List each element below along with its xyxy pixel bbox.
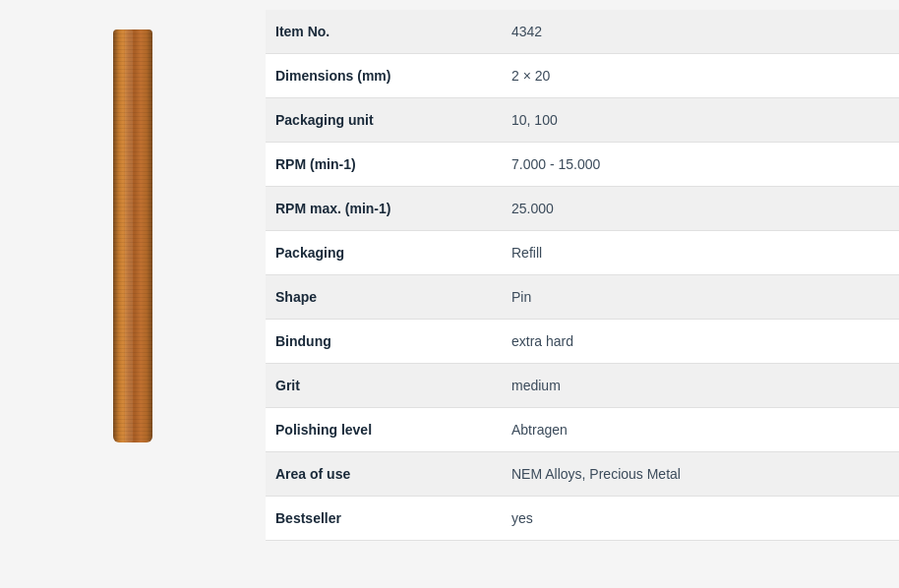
spec-value: yes — [502, 497, 899, 540]
spec-value: Refill — [502, 231, 899, 274]
spec-label: Item No. — [266, 10, 502, 53]
table-row: RPM max. (min-1)25.000 — [266, 187, 899, 231]
product-rod-texture — [113, 29, 152, 442]
spec-label: Grit — [266, 364, 502, 407]
product-image — [113, 29, 152, 442]
spec-label: Packaging unit — [266, 98, 502, 142]
spec-value: 2 × 20 — [502, 54, 899, 97]
spec-table: Item No.4342Dimensions (mm)2 × 20Packagi… — [266, 10, 899, 541]
spec-label: Area of use — [266, 452, 502, 496]
page-container: Item No.4342Dimensions (mm)2 × 20Packagi… — [0, 0, 899, 588]
spec-label: Packaging — [266, 231, 502, 274]
spec-label: Dimensions (mm) — [266, 54, 502, 97]
product-image-section — [0, 10, 266, 578]
spec-value: NEM Alloys, Precious Metal — [502, 452, 899, 496]
spec-label: RPM max. (min-1) — [266, 187, 502, 230]
spec-value: 10, 100 — [502, 98, 899, 142]
spec-label: RPM (min-1) — [266, 143, 502, 186]
specs-table-section: Item No.4342Dimensions (mm)2 × 20Packagi… — [266, 10, 899, 578]
table-row: ShapePin — [266, 275, 899, 320]
table-row: Polishing levelAbtragen — [266, 408, 899, 452]
spec-label: Polishing level — [266, 408, 502, 451]
table-row: PackagingRefill — [266, 231, 899, 275]
product-rod — [113, 29, 152, 442]
spec-value: Abtragen — [502, 408, 899, 451]
table-row: Dimensions (mm)2 × 20 — [266, 54, 899, 98]
table-row: Bestselleryes — [266, 497, 899, 541]
spec-value: extra hard — [502, 320, 899, 363]
spec-value: medium — [502, 364, 899, 407]
table-row: RPM (min-1)7.000 - 15.000 — [266, 143, 899, 187]
spec-label: Bestseller — [266, 497, 502, 540]
table-row: Area of useNEM Alloys, Precious Metal — [266, 452, 899, 497]
spec-label: Shape — [266, 275, 502, 319]
spec-value: Pin — [502, 275, 899, 319]
spec-value: 7.000 - 15.000 — [502, 143, 899, 186]
table-row: Bindungextra hard — [266, 320, 899, 364]
table-row: Item No.4342 — [266, 10, 899, 54]
spec-value: 4342 — [502, 10, 899, 53]
table-row: Gritmedium — [266, 364, 899, 408]
table-row: Packaging unit10, 100 — [266, 98, 899, 143]
spec-value: 25.000 — [502, 187, 899, 230]
spec-label: Bindung — [266, 320, 502, 363]
